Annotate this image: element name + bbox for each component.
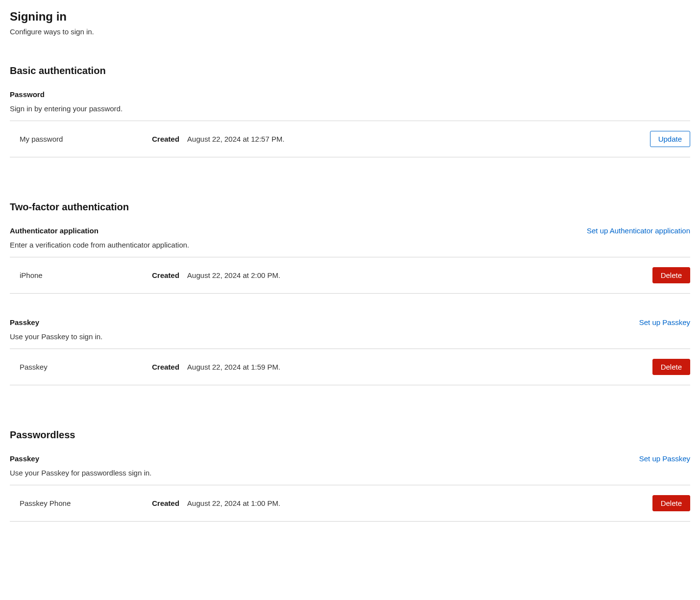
authapp-item-name: iPhone [20, 271, 152, 279]
authapp-created-value: August 22, 2024 at 2:00 PM. [187, 271, 652, 279]
password-desc: Sign in by entering your password. [10, 104, 123, 113]
authapp-title: Authenticator application [10, 226, 189, 235]
page-title: Signing in [10, 10, 690, 24]
setup-twofactor-passkey-link[interactable]: Set up Passkey [639, 318, 690, 326]
twofactor-passkey-item-row: Passkey Created August 22, 2024 at 1:59 … [10, 349, 690, 385]
section-basic-title: Basic authentication [10, 65, 690, 76]
passwordless-passkey-item-row: Passkey Phone Created August 22, 2024 at… [10, 485, 690, 522]
delete-passwordless-passkey-button[interactable]: Delete [652, 495, 690, 511]
authapp-item-row: iPhone Created August 22, 2024 at 2:00 P… [10, 257, 690, 294]
twofactor-passkey-item-name: Passkey [20, 363, 152, 371]
authapp-created-label: Created [152, 271, 179, 279]
setup-authapp-link[interactable]: Set up Authenticator application [587, 226, 690, 235]
passwordless-passkey-item-name: Passkey Phone [20, 499, 152, 507]
twofactor-passkey-title: Passkey [10, 318, 102, 326]
section-twofactor-title: Two-factor authentication [10, 201, 690, 213]
subsection-twofactor-passkey: Passkey Use your Passkey to sign in. Set… [10, 318, 690, 385]
subsection-password: Password Sign in by entering your passwo… [10, 90, 690, 157]
authapp-desc: Enter a verification code from authentic… [10, 241, 189, 249]
passwordless-passkey-desc: Use your Passkey for passwordless sign i… [10, 469, 151, 477]
password-title: Password [10, 90, 123, 99]
password-item-row: My password Created August 22, 2024 at 1… [10, 121, 690, 157]
update-password-button[interactable]: Update [650, 131, 690, 147]
subsection-authapp: Authenticator application Enter a verifi… [10, 226, 690, 294]
password-created-value: August 22, 2024 at 12:57 PM. [187, 135, 650, 143]
twofactor-passkey-created-label: Created [152, 363, 179, 371]
password-item-name: My password [20, 135, 152, 143]
section-passwordless-title: Passwordless [10, 429, 690, 441]
delete-twofactor-passkey-button[interactable]: Delete [652, 359, 690, 375]
password-created-label: Created [152, 135, 179, 143]
passwordless-passkey-title: Passkey [10, 454, 151, 463]
passwordless-passkey-created-label: Created [152, 499, 179, 507]
twofactor-passkey-desc: Use your Passkey to sign in. [10, 332, 102, 341]
passwordless-passkey-created-value: August 22, 2024 at 1:00 PM. [187, 499, 652, 507]
setup-passwordless-passkey-link[interactable]: Set up Passkey [639, 454, 690, 463]
subsection-passwordless-passkey: Passkey Use your Passkey for passwordles… [10, 454, 690, 522]
delete-authapp-button[interactable]: Delete [652, 267, 690, 283]
page-subtitle: Configure ways to sign in. [10, 27, 690, 36]
twofactor-passkey-created-value: August 22, 2024 at 1:59 PM. [187, 363, 652, 371]
